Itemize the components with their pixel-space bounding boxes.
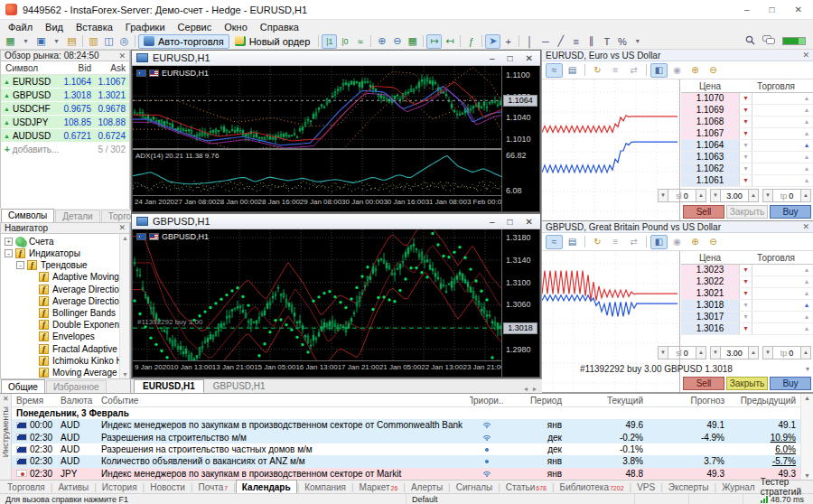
toolbox-tab-9[interactable]: Сигналы xyxy=(451,481,499,493)
take-profit-stepper[interactable]: ▼tp0▲ xyxy=(762,189,811,202)
market-watch-row[interactable]: ▲USDJPY108.85108.88 xyxy=(1,116,129,129)
market-watch-tab-детали[interactable]: Детали xyxy=(55,210,99,222)
position-selector[interactable]: #11392292 buy 3.00 GBPUSD 1.3018▾ xyxy=(580,363,811,375)
calendar-event-row[interactable]: 02:30AUDКоличество объявлений о вакансия… xyxy=(12,455,800,467)
stepper-up-icon[interactable]: ▲ xyxy=(800,189,811,202)
zoom-in-icon[interactable]: ⊕ xyxy=(374,34,389,49)
navigator-tab-common[interactable]: Общие xyxy=(1,379,45,393)
toolbox-vertical-tab[interactable]: Инструменты xyxy=(1,406,10,457)
tree-item[interactable]: fAverage Directional xyxy=(1,284,129,295)
chart-minimize-icon[interactable]: – xyxy=(490,53,495,63)
tab-scroll-right-icon[interactable]: ▸ xyxy=(533,385,537,393)
chart-window-titlebar[interactable]: GBPUSD,H1 – □ ✕ xyxy=(132,214,540,229)
market-watch-row[interactable]: ▲EURUSD1.10641.1067 xyxy=(1,75,129,89)
stepper-down-icon[interactable]: ▼ xyxy=(710,189,721,202)
tick-chart-icon[interactable]: ≈ xyxy=(546,235,563,249)
sell-limit-icon[interactable]: ▾ xyxy=(739,288,752,299)
zoom-out-icon[interactable]: ⊖ xyxy=(705,63,722,78)
tree-item[interactable]: fAverage Directional xyxy=(1,295,129,307)
stepper-up-icon[interactable]: ▲ xyxy=(748,189,759,202)
depth-table-icon[interactable]: ▤ xyxy=(564,63,581,78)
buy-stop-icon[interactable]: ▴ xyxy=(800,276,813,287)
stepper-down-icon[interactable]: ▼ xyxy=(762,189,773,202)
sell-limit-icon[interactable]: ▾ xyxy=(739,276,752,287)
depth-icon[interactable]: ≡ xyxy=(607,235,624,249)
charts-folder-icon[interactable]: ▤ xyxy=(64,34,79,49)
ladder-ask-row[interactable]: 1.1069▾▴ xyxy=(681,105,813,117)
buy-stop-icon[interactable]: ▴ xyxy=(800,128,813,139)
calendar-event-row[interactable]: 02:30AUDРазрешения на строительство част… xyxy=(12,443,800,455)
channel-icon[interactable]: ∥ xyxy=(584,34,599,49)
ladder-bid-row[interactable]: 1.1063▾▴ xyxy=(681,152,813,163)
zoom-in-icon[interactable]: ⊕ xyxy=(687,63,704,78)
calendar-column-0[interactable]: Время xyxy=(12,396,56,406)
calendar-column-7[interactable]: Предыдущий xyxy=(729,396,800,406)
trendline-icon[interactable]: ╱ xyxy=(553,34,568,49)
maximize-icon[interactable]: □ xyxy=(770,5,775,14)
navigator-tab-favorites[interactable]: Избранное xyxy=(46,380,107,393)
orders-icon[interactable]: ◉ xyxy=(668,235,686,249)
buy-limit-icon[interactable]: ▴ xyxy=(800,152,813,163)
chart-close-icon[interactable]: ✕ xyxy=(526,217,533,227)
ladder-ask-row[interactable]: 1.3023▾▴ xyxy=(681,265,813,276)
volume-stepper[interactable]: ▼3.00▲ xyxy=(710,346,759,359)
text-icon[interactable]: T xyxy=(599,34,614,49)
ladder-bid-row[interactable]: 1.1064▾▴ xyxy=(681,140,813,152)
data-window-icon[interactable]: ◫ xyxy=(101,34,117,49)
profiles-icon[interactable]: ▣ xyxy=(33,34,49,49)
refresh-icon[interactable]: ↻ xyxy=(589,235,606,249)
menu-service[interactable]: Сервис xyxy=(172,22,219,33)
zoom-out-icon[interactable]: ⊖ xyxy=(389,34,405,49)
take-profit-stepper[interactable]: ▼tp0▲ xyxy=(762,346,811,359)
menu-insert[interactable]: Вставка xyxy=(70,22,119,33)
transfer-icon[interactable]: ⇄ xyxy=(625,63,642,78)
chart-maximize-icon[interactable]: □ xyxy=(508,217,513,227)
volume-stepper[interactable]: ▼3.00▲ xyxy=(710,189,759,202)
search-icon[interactable] xyxy=(745,35,755,47)
toolbox-tab-10[interactable]: Статьи678 xyxy=(500,481,552,493)
panel-close-icon[interactable]: ✕ xyxy=(802,222,809,231)
toolbox-tab-3[interactable]: Новости xyxy=(145,481,191,493)
line-chart-icon[interactable]: ≈ xyxy=(352,34,368,49)
calendar-event-row[interactable]: 02:30JPYИндекс менеджеров по закупкам в … xyxy=(12,468,800,480)
market-watch-icon[interactable]: ▥ xyxy=(86,34,101,49)
buy-stop-icon[interactable]: ▴ xyxy=(800,265,813,275)
stepper-up-icon[interactable]: ▲ xyxy=(696,346,706,359)
buy-stop-icon[interactable]: ▴ xyxy=(800,288,813,299)
ladder-ask-row[interactable]: 1.1068▾▴ xyxy=(681,117,813,128)
sell-limit-icon[interactable]: ▾ xyxy=(739,117,752,127)
ladder-bid-row[interactable]: 1.3017▾▴ xyxy=(681,312,813,323)
sell-stop-icon[interactable]: ▾ xyxy=(739,175,752,186)
menu-help[interactable]: Справка xyxy=(254,22,305,33)
buy-stop-icon[interactable]: ▴ xyxy=(800,105,813,116)
crosshair-icon[interactable]: + xyxy=(500,34,516,49)
chart-tab-gbpusdh1[interactable]: GBPUSD,H1 xyxy=(204,379,275,393)
close-button[interactable]: Закрыть xyxy=(726,377,768,390)
tile-windows-icon[interactable]: ▦ xyxy=(405,34,420,49)
toolbox-tab-8[interactable]: Алерты xyxy=(406,481,448,493)
eurusd-candle-chart[interactable] xyxy=(133,66,502,148)
depth-table-icon[interactable]: ▤ xyxy=(564,235,581,249)
tree-item[interactable]: fFractal Adaptive Mo xyxy=(1,342,129,354)
chart-close-icon[interactable]: ✕ xyxy=(526,53,533,63)
status-profile[interactable]: Default xyxy=(406,494,635,504)
bars-icon[interactable]: |1 xyxy=(322,34,337,49)
panel-close-icon[interactable]: ✕ xyxy=(802,51,809,60)
close-icon[interactable]: ✕ xyxy=(795,5,802,14)
market-watch-add-row[interactable]: + добавить... 5 / 302 xyxy=(1,143,129,155)
toolbox-tab-5[interactable]: Календарь xyxy=(236,480,297,493)
market-watch-row[interactable]: ▲AUDUSD0.67210.6724 xyxy=(1,129,129,143)
ladder-ask-row[interactable]: 1.3021▾▴ xyxy=(681,288,813,300)
sell-limit-icon[interactable]: ▾ xyxy=(739,93,752,104)
shapes-icon[interactable]: % xyxy=(614,34,630,49)
dropdown-caret-icon[interactable]: ▾ xyxy=(630,34,645,49)
toolbox-tab-7[interactable]: Маркет26 xyxy=(354,481,404,493)
chart-window-gbpusd[interactable]: GBPUSD,H1 – □ ✕ GBPUSD,H1 #1139 xyxy=(131,213,541,378)
menu-charts[interactable]: Графики xyxy=(119,22,172,33)
tree-item[interactable]: fAdaptive Moving Av xyxy=(1,271,129,283)
buy-button[interactable]: Buy xyxy=(770,377,811,390)
tree-item[interactable]: -fИндикаторы xyxy=(1,247,129,259)
status-connection[interactable]: 48.70 ms xyxy=(743,494,813,504)
menu-file[interactable]: Файл xyxy=(2,22,39,33)
toolbox-tab-1[interactable]: Активы xyxy=(52,481,94,493)
